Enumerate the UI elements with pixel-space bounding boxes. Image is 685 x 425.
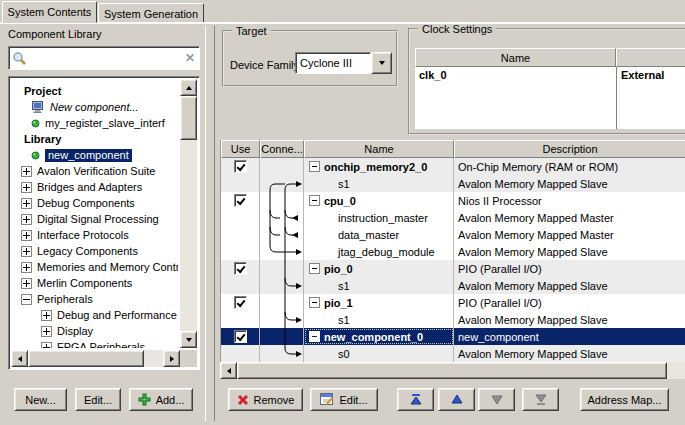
connections-cell[interactable] bbox=[260, 243, 304, 260]
table-row[interactable]: pio_0PIO (Parallel I/O) bbox=[221, 260, 685, 277]
connections-cell[interactable] bbox=[260, 209, 304, 226]
col-connections[interactable]: Conne... bbox=[260, 140, 304, 158]
expand-plus-icon[interactable] bbox=[21, 198, 32, 209]
scroll-right-button[interactable] bbox=[163, 350, 180, 367]
move-up-button[interactable] bbox=[438, 388, 475, 411]
device-family-select[interactable]: Cyclone III bbox=[295, 52, 392, 74]
tree-item[interactable]: Legacy Components bbox=[11, 243, 178, 259]
col-use[interactable]: Use bbox=[221, 140, 260, 158]
tree-item[interactable]: Library bbox=[11, 131, 178, 147]
tree-item[interactable]: Display bbox=[11, 323, 178, 339]
tree-item[interactable]: FPGA Peripherals bbox=[11, 339, 178, 348]
tree-vertical-scrollbar[interactable] bbox=[180, 79, 197, 348]
name-cell[interactable]: data_master bbox=[304, 226, 454, 243]
tree-item[interactable]: Avalon Verification Suite bbox=[11, 163, 178, 179]
address-map-button[interactable]: Address Map... bbox=[580, 388, 669, 411]
name-cell[interactable]: s1 bbox=[304, 311, 454, 328]
table-row[interactable]: jtag_debug_moduleAvalon Memory Mapped Sl… bbox=[221, 243, 685, 260]
search-input[interactable] bbox=[30, 50, 181, 66]
scroll-left-button[interactable] bbox=[220, 362, 237, 379]
tab-system-contents[interactable]: System Contents bbox=[2, 1, 97, 23]
panel-splitter[interactable] bbox=[205, 26, 215, 421]
expand-plus-icon[interactable] bbox=[41, 310, 52, 321]
table-row[interactable]: pio_1PIO (Parallel I/O) bbox=[221, 294, 685, 311]
remove-button[interactable]: Remove bbox=[228, 388, 303, 411]
new-button[interactable]: New... bbox=[14, 388, 67, 411]
table-row[interactable]: cpu_0Nios II Processor bbox=[221, 192, 685, 209]
connections-cell[interactable] bbox=[260, 277, 304, 294]
tree-item[interactable]: Interface Protocols bbox=[11, 227, 178, 243]
connections-cell[interactable] bbox=[260, 260, 304, 277]
tree-item[interactable]: Bridges and Adapters bbox=[11, 179, 178, 195]
clock-name-cell[interactable]: clk_0 bbox=[415, 67, 616, 129]
tree-horizontal-scrollbar[interactable] bbox=[11, 350, 180, 367]
tree-item[interactable]: Memories and Memory Contr bbox=[11, 259, 178, 275]
scroll-up-button[interactable] bbox=[180, 79, 197, 96]
scrollbar-thumb[interactable] bbox=[28, 350, 144, 367]
scrollbar-thumb[interactable] bbox=[180, 96, 197, 140]
expand-plus-icon[interactable] bbox=[21, 246, 32, 257]
table-row[interactable]: s1Avalon Memory Mapped Slave bbox=[221, 175, 685, 192]
use-checkbox[interactable] bbox=[234, 296, 247, 309]
table-horizontal-scrollbar[interactable] bbox=[220, 362, 685, 379]
expand-plus-icon[interactable] bbox=[21, 278, 32, 289]
expand-plus-icon[interactable] bbox=[21, 182, 32, 193]
collapse-minus-icon[interactable] bbox=[309, 263, 320, 274]
table-row[interactable]: s1Avalon Memory Mapped Slave bbox=[221, 311, 685, 328]
name-cell[interactable]: onchip_memory2_0 bbox=[304, 158, 454, 175]
connections-cell[interactable] bbox=[260, 311, 304, 328]
name-cell[interactable]: jtag_debug_module bbox=[304, 243, 454, 260]
connections-cell[interactable] bbox=[260, 345, 304, 362]
clock-col-name[interactable]: Name bbox=[415, 48, 616, 67]
use-checkbox[interactable] bbox=[234, 330, 247, 343]
table-row[interactable]: instruction_masterAvalon Memory Mapped M… bbox=[221, 209, 685, 226]
scroll-left-button[interactable] bbox=[11, 350, 28, 367]
tree-item[interactable]: Debug and Performance bbox=[11, 307, 178, 323]
collapse-minus-icon[interactable] bbox=[309, 195, 320, 206]
add-button[interactable]: Add... bbox=[129, 388, 193, 411]
clock-col-source[interactable] bbox=[616, 48, 685, 67]
name-cell[interactable]: s0 bbox=[304, 345, 454, 362]
clock-source-cell[interactable]: External bbox=[616, 67, 685, 129]
dropdown-button[interactable] bbox=[371, 52, 392, 74]
edit-library-button[interactable]: Edit... bbox=[75, 388, 121, 411]
collapse-minus-icon[interactable] bbox=[309, 161, 320, 172]
name-cell[interactable]: cpu_0 bbox=[304, 192, 454, 209]
expand-plus-icon[interactable] bbox=[21, 214, 32, 225]
connections-cell[interactable] bbox=[260, 158, 304, 175]
tree-item[interactable]: new_component bbox=[11, 147, 178, 163]
name-cell[interactable]: s1 bbox=[304, 277, 454, 294]
expand-plus-icon[interactable] bbox=[21, 166, 32, 177]
x-clear-icon[interactable]: ✕ bbox=[181, 51, 199, 65]
edit-module-button[interactable]: Edit... bbox=[310, 388, 378, 411]
connections-cell[interactable] bbox=[260, 175, 304, 192]
expand-plus-icon[interactable] bbox=[41, 326, 52, 337]
collapse-minus-icon[interactable] bbox=[309, 331, 320, 342]
col-name[interactable]: Name bbox=[304, 140, 454, 158]
name-cell[interactable]: s1 bbox=[304, 175, 454, 192]
tree-item[interactable]: Debug Components bbox=[11, 195, 178, 211]
tab-system-generation[interactable]: System Generation bbox=[98, 3, 204, 23]
connections-cell[interactable] bbox=[260, 328, 304, 345]
tree-item[interactable]: my_register_slave_interf bbox=[11, 115, 178, 131]
expand-plus-icon[interactable] bbox=[21, 262, 32, 273]
tree-item[interactable]: Digital Signal Processing bbox=[11, 211, 178, 227]
connections-cell[interactable] bbox=[260, 192, 304, 209]
table-row[interactable]: onchip_memory2_0On-Chip Memory (RAM or R… bbox=[221, 158, 685, 175]
tree-item[interactable]: Peripherals bbox=[11, 291, 178, 307]
name-cell[interactable]: new_component_0 bbox=[304, 328, 454, 345]
expand-plus-icon[interactable] bbox=[41, 342, 52, 349]
move-down-button[interactable] bbox=[478, 388, 515, 411]
collapse-minus-icon[interactable] bbox=[21, 294, 32, 305]
tree-item[interactable]: Merlin Components bbox=[11, 275, 178, 291]
table-row[interactable]: new_component_0new_component bbox=[221, 328, 685, 345]
col-description[interactable]: Description bbox=[454, 140, 685, 158]
name-cell[interactable]: pio_0 bbox=[304, 260, 454, 277]
move-top-button[interactable] bbox=[397, 388, 434, 411]
name-cell[interactable]: instruction_master bbox=[304, 209, 454, 226]
connections-cell[interactable] bbox=[260, 226, 304, 243]
scrollbar-thumb[interactable] bbox=[237, 362, 667, 379]
tree-item[interactable]: New component... bbox=[11, 99, 178, 115]
use-checkbox[interactable] bbox=[234, 160, 247, 173]
name-cell[interactable]: pio_1 bbox=[304, 294, 454, 311]
